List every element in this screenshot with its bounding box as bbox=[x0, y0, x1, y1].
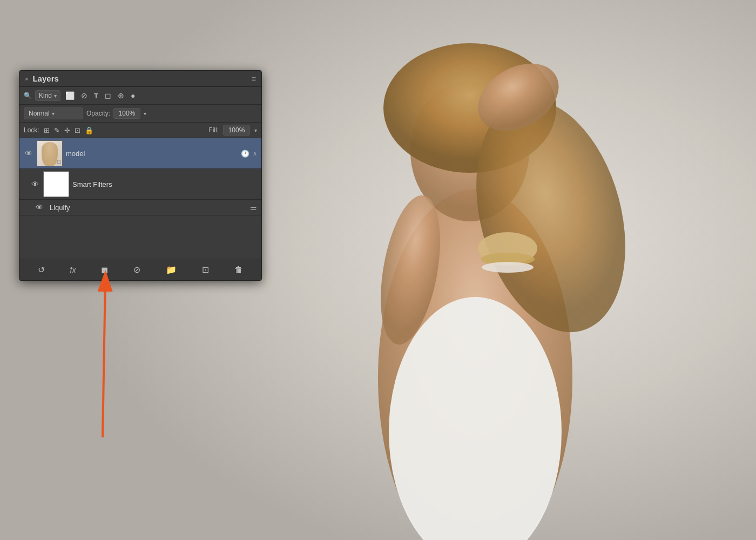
lock-row: Lock: ⊞ ✎ ✛ ⊡ 🔒 Fill: 100% ▾ bbox=[19, 123, 261, 138]
panel-titlebar: × Layers ≡ bbox=[19, 71, 261, 87]
filter-bar: 🔍 Kind ▾ ⬜ ⊘ T ◻ ⊕ ● bbox=[19, 87, 261, 105]
fill-chevron-icon: ▾ bbox=[254, 127, 257, 133]
panel-title: Layers bbox=[32, 74, 58, 83]
layer-expand-arrow-icon[interactable]: ∧ bbox=[253, 150, 257, 157]
filter-circle-icon[interactable]: ● bbox=[129, 91, 137, 100]
lock-transparent-icon[interactable]: ⊞ bbox=[44, 126, 50, 134]
filter-smartobject-icon[interactable]: ⊕ bbox=[116, 91, 126, 100]
link-layers-button[interactable]: ↺ bbox=[35, 264, 48, 276]
layer-clock-badge-icon: 🕐 bbox=[241, 150, 249, 158]
blend-opacity-row: Normal ▾ Opacity: 100% ▾ bbox=[19, 105, 261, 123]
layer-thumbnail-model: ⊡ bbox=[37, 140, 63, 166]
opacity-value[interactable]: 100% bbox=[113, 108, 140, 119]
layer-list: 👁 ⊡ model 🕐 ∧ 👁 Smart Filters 👁 Liquify … bbox=[19, 138, 261, 259]
svg-point-9 bbox=[482, 262, 534, 273]
filter-type-icon[interactable]: T bbox=[92, 92, 100, 100]
visibility-eye-liquify[interactable]: 👁 bbox=[35, 203, 44, 212]
thumb-model-figure bbox=[42, 142, 58, 166]
lock-image-icon[interactable]: ✎ bbox=[54, 126, 60, 134]
lock-all-icon[interactable]: 🔒 bbox=[85, 126, 93, 134]
search-icon: 🔍 bbox=[24, 92, 32, 99]
filter-adjustment-icon[interactable]: ⊘ bbox=[79, 91, 89, 100]
layer-item-smart-filters[interactable]: 👁 Smart Filters bbox=[19, 169, 261, 200]
layer-name-liquify: Liquify bbox=[50, 204, 247, 212]
fx-button[interactable]: fx bbox=[67, 265, 79, 275]
kind-label: Kind bbox=[39, 92, 52, 99]
layer-item-liquify[interactable]: 👁 Liquify ⚌ bbox=[19, 200, 261, 215]
blend-mode-label: Normal bbox=[29, 110, 50, 117]
fill-label: Fill: bbox=[208, 126, 219, 134]
filter-shape-icon[interactable]: ◻ bbox=[103, 91, 113, 100]
layer-name-model: model bbox=[66, 150, 238, 158]
panel-menu-icon[interactable]: ≡ bbox=[252, 75, 256, 83]
kind-chevron-icon: ▾ bbox=[54, 93, 57, 99]
panel-close-icon[interactable]: × bbox=[25, 76, 28, 82]
fill-value[interactable]: 100% bbox=[223, 125, 250, 136]
filter-settings-icon[interactable]: ⚌ bbox=[250, 203, 257, 212]
kind-filter-dropdown[interactable]: Kind ▾ bbox=[35, 90, 60, 101]
layer-thumbnail-smart-filters bbox=[43, 171, 69, 197]
opacity-label: Opacity: bbox=[86, 110, 110, 117]
smart-object-badge-icon: ⊡ bbox=[57, 159, 61, 165]
opacity-chevron-icon: ▾ bbox=[144, 111, 146, 117]
layers-panel: × Layers ≡ 🔍 Kind ▾ ⬜ ⊘ T ◻ ⊕ ● Normal ▾… bbox=[19, 70, 262, 281]
layer-name-smart-filters: Smart Filters bbox=[72, 180, 257, 188]
lock-artboard-icon[interactable]: ⊡ bbox=[75, 126, 80, 134]
layer-list-empty-space bbox=[19, 215, 261, 259]
blend-mode-dropdown[interactable]: Normal ▾ bbox=[24, 107, 83, 119]
adjustment-layer-button[interactable]: ⊘ bbox=[130, 264, 144, 276]
blend-mode-chevron-icon: ▾ bbox=[52, 111, 55, 117]
lock-position-icon[interactable]: ✛ bbox=[64, 126, 70, 134]
new-group-button[interactable]: 📁 bbox=[163, 264, 180, 276]
visibility-eye-smart-filters[interactable]: 👁 bbox=[30, 180, 40, 188]
layer-item-model[interactable]: 👁 ⊡ model 🕐 ∧ bbox=[19, 138, 261, 169]
filter-pixel-icon[interactable]: ⬜ bbox=[64, 91, 76, 100]
lock-label: Lock: bbox=[24, 126, 39, 134]
panel-titlebar-left: × Layers bbox=[25, 74, 59, 83]
new-layer-button[interactable]: ⊡ bbox=[199, 264, 212, 276]
panel-toolbar: ↺ fx ◼ ⊘ 📁 ⊡ 🗑 bbox=[19, 259, 261, 280]
visibility-eye-model[interactable]: 👁 bbox=[24, 149, 33, 158]
add-mask-button[interactable]: ◼ bbox=[98, 264, 111, 276]
delete-layer-button[interactable]: 🗑 bbox=[231, 264, 246, 276]
